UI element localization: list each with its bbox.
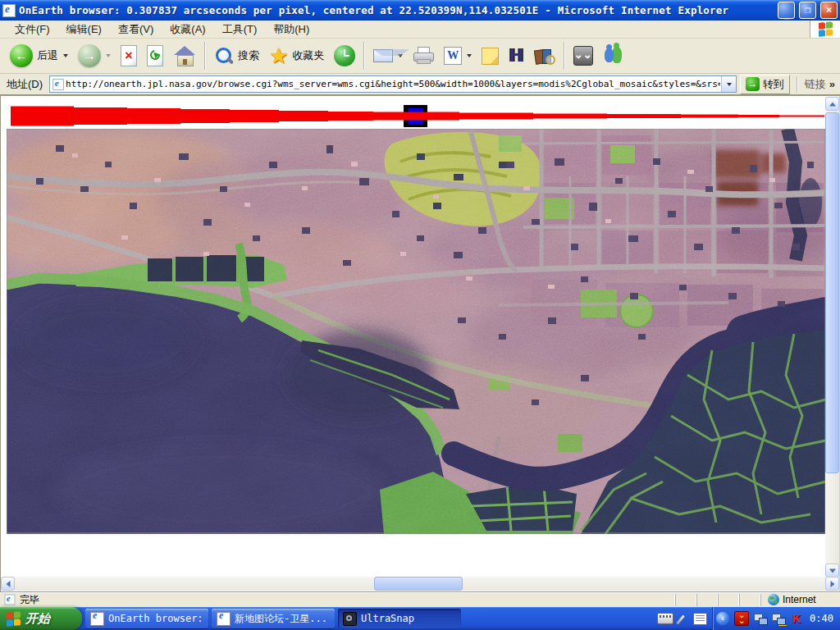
status-pane bbox=[696, 594, 717, 606]
address-bar: 地址(D) → 转到 链接 » bbox=[0, 74, 840, 95]
menu-file[interactable]: 文件(F) bbox=[7, 21, 58, 39]
vertical-scroll-thumb[interactable] bbox=[825, 112, 839, 473]
edit-word-button[interactable]: W bbox=[439, 41, 477, 71]
status-bar: 完毕 Internet bbox=[0, 591, 840, 607]
search-button[interactable]: 搜索 bbox=[209, 41, 264, 71]
status-ie-icon bbox=[5, 595, 16, 605]
url-input[interactable] bbox=[65, 77, 721, 91]
ultrasnap-icon bbox=[343, 612, 357, 626]
back-button[interactable]: ← 后退 bbox=[5, 41, 73, 71]
stop-icon: × bbox=[121, 45, 137, 66]
scroll-right-button[interactable] bbox=[825, 577, 839, 591]
status-pane bbox=[675, 594, 696, 606]
flashget-button[interactable]: ⌄⌄ bbox=[568, 41, 598, 71]
history-button[interactable] bbox=[329, 41, 360, 71]
forward-dropdown[interactable] bbox=[106, 54, 111, 57]
edit-word-icon: W bbox=[444, 47, 462, 65]
keyboard-icon[interactable] bbox=[657, 613, 673, 624]
language-bar-icon[interactable] bbox=[693, 613, 707, 625]
discuss-button[interactable] bbox=[477, 41, 504, 71]
scroll-left-button[interactable] bbox=[1, 577, 15, 591]
edit-dropdown[interactable] bbox=[467, 54, 472, 57]
hypersnap-icon: H bbox=[509, 46, 523, 66]
url-favicon bbox=[52, 79, 64, 90]
forward-icon: → bbox=[78, 44, 101, 67]
satellite-map-image[interactable] bbox=[7, 129, 826, 534]
research-icon bbox=[534, 47, 555, 65]
zoom-scale-bar[interactable] bbox=[0, 105, 829, 130]
close-button[interactable]: × bbox=[820, 2, 838, 19]
home-button[interactable] bbox=[168, 41, 201, 71]
messenger-icon bbox=[603, 46, 624, 66]
go-icon: → bbox=[746, 77, 760, 91]
address-separator bbox=[797, 76, 798, 93]
start-windows-logo-icon bbox=[7, 611, 21, 627]
url-dropdown[interactable] bbox=[721, 76, 736, 92]
mail-icon bbox=[373, 49, 393, 62]
taskbar: 开始 OnEarth browser:... 新地图论坛-卫星... Ultra… bbox=[0, 607, 840, 630]
scroll-down-button[interactable] bbox=[825, 564, 839, 578]
links-chevron-icon[interactable]: » bbox=[829, 78, 837, 90]
favorites-icon: ★ bbox=[269, 45, 288, 66]
minimize-button[interactable]: _ bbox=[778, 2, 795, 19]
stop-button[interactable]: × bbox=[116, 41, 142, 71]
toolbar-separator bbox=[204, 42, 206, 70]
go-button[interactable]: → 转到 bbox=[740, 75, 790, 94]
taskbar-item-forum[interactable]: 新地图论坛-卫星... bbox=[212, 609, 335, 628]
pen-icon[interactable] bbox=[678, 613, 689, 624]
zone-text: Internet bbox=[783, 594, 816, 605]
note-icon bbox=[482, 48, 499, 65]
refresh-button[interactable] bbox=[142, 41, 168, 71]
home-icon bbox=[173, 45, 196, 66]
taskbar-item-ultrasnap[interactable]: UltraSnap bbox=[338, 609, 461, 628]
horizontal-scroll-thumb[interactable] bbox=[374, 577, 463, 591]
toolbar: ← 后退 → × 搜索 ★ 收藏夹 bbox=[0, 39, 840, 74]
menu-edit[interactable]: 编辑(E) bbox=[58, 21, 110, 39]
ie-icon bbox=[90, 612, 104, 626]
collapse-chevron-icon[interactable]: ‹ bbox=[716, 612, 729, 625]
taskbar-item-onearth[interactable]: OnEarth browser:... bbox=[85, 609, 208, 628]
start-button[interactable]: 开始 bbox=[0, 607, 82, 630]
back-dropdown[interactable] bbox=[63, 54, 68, 57]
mail-button[interactable] bbox=[368, 41, 408, 71]
favorites-button[interactable]: ★ 收藏夹 bbox=[264, 41, 329, 71]
print-icon bbox=[413, 47, 434, 65]
network-alert-icon[interactable] bbox=[772, 612, 785, 625]
horizontal-scrollbar[interactable] bbox=[1, 577, 839, 591]
menu-tools[interactable]: 工具(T) bbox=[214, 21, 266, 39]
security-zone-pane: Internet bbox=[760, 594, 840, 606]
windows-logo-icon bbox=[810, 21, 840, 38]
toolbar-separator bbox=[564, 42, 565, 70]
title-bar: OnEarth browser: 0.307837 arcseconds per… bbox=[0, 0, 840, 21]
window-title: OnEarth browser: 0.307837 arcseconds per… bbox=[19, 4, 774, 16]
toolbar-separator bbox=[363, 42, 365, 70]
flashget-tray-icon[interactable]: ⌄⌄ bbox=[734, 611, 749, 626]
print-button[interactable] bbox=[408, 41, 439, 71]
status-pane bbox=[739, 594, 760, 606]
kaspersky-icon[interactable]: K bbox=[790, 612, 803, 625]
forward-button[interactable]: → bbox=[73, 41, 116, 71]
ie-page-icon bbox=[2, 4, 16, 17]
menu-view[interactable]: 查看(V) bbox=[110, 21, 162, 39]
research-button[interactable] bbox=[529, 41, 560, 71]
ie-icon bbox=[217, 612, 231, 626]
menu-bar: 文件(F) 编辑(E) 查看(V) 收藏(A) 工具(T) 帮助(H) bbox=[0, 21, 840, 39]
search-icon bbox=[214, 46, 234, 66]
status-pane bbox=[718, 594, 738, 606]
system-tray: ‹ ⌄⌄ K 0:40 bbox=[712, 607, 840, 630]
menu-help[interactable]: 帮助(H) bbox=[265, 21, 317, 39]
hypersnap-button[interactable]: H bbox=[504, 41, 528, 71]
page-content bbox=[0, 95, 840, 591]
history-icon bbox=[334, 45, 355, 66]
browser-window: OnEarth browser: 0.307837 arcseconds per… bbox=[0, 0, 840, 630]
messenger-button[interactable] bbox=[598, 41, 629, 71]
vertical-scrollbar[interactable] bbox=[825, 97, 839, 578]
links-label[interactable]: 链接 bbox=[805, 77, 826, 92]
restore-button[interactable]: ❐ bbox=[799, 2, 816, 19]
status-text: 完毕 bbox=[20, 593, 39, 607]
flashget-icon: ⌄⌄ bbox=[573, 46, 593, 66]
scroll-up-button[interactable] bbox=[825, 97, 839, 111]
menu-favorites[interactable]: 收藏(A) bbox=[162, 21, 213, 39]
refresh-icon bbox=[147, 45, 163, 66]
network-icon[interactable] bbox=[754, 612, 767, 625]
